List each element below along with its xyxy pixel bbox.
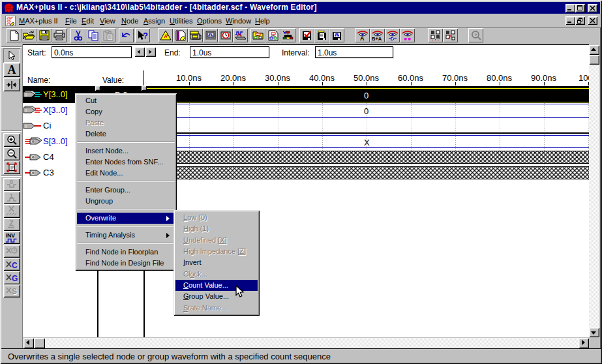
svg-text:S: S — [12, 287, 17, 296]
svg-text:?: ? — [143, 31, 148, 40]
svg-text:INV: INV — [6, 232, 15, 239]
svg-text:B+A: B+A — [372, 36, 382, 41]
svg-text:I: I — [25, 124, 27, 129]
svg-text:C: C — [12, 261, 18, 270]
svg-text:0: 0 — [10, 179, 13, 185]
svg-text:G: G — [12, 274, 18, 283]
svg-text:I: I — [25, 93, 27, 97]
svg-text:I: I — [25, 108, 27, 113]
svg-text:Z: Z — [9, 219, 14, 227]
svg-text:A: A — [360, 35, 365, 41]
